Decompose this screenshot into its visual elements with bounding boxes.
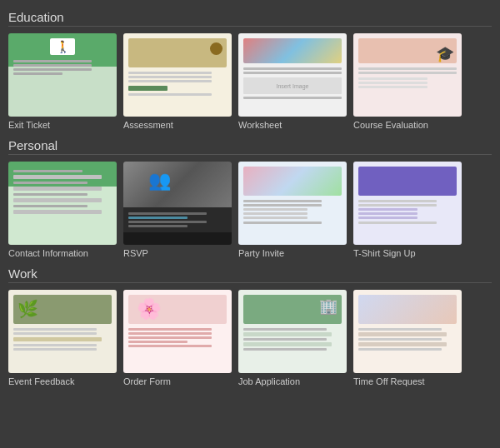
worksheet-thumb: Insert Image (238, 33, 347, 117)
job-application-label: Job Application (238, 376, 347, 386)
event-feedback-thumb (8, 290, 117, 373)
personal-section: Personal Contact Information (8, 138, 492, 258)
time-off-thumb (353, 290, 462, 373)
timeoff-header (358, 295, 457, 324)
education-section: Education 🚶 Exit Ticket Assessment (8, 10, 492, 130)
party-invite-card[interactable]: Party Invite (238, 162, 347, 258)
rsvp-card[interactable]: RSVP (123, 162, 232, 258)
course-radio-group (358, 77, 457, 88)
job-application-card[interactable]: Job Application (238, 290, 347, 386)
rsvp-content (123, 207, 232, 232)
work-grid: Event Feedback Order Form Job Applicatio… (8, 290, 492, 386)
personal-grid: Contact Information RSVP Party (8, 162, 492, 258)
worksheet-card[interactable]: Insert Image Worksheet (238, 33, 347, 130)
rsvp-label: RSVP (123, 248, 232, 258)
assessment-header (128, 38, 227, 67)
work-title: Work (8, 266, 492, 283)
tshirt-signup-card[interactable]: T-Shirt Sign Up (353, 162, 462, 258)
education-title: Education (8, 10, 492, 27)
party-header (243, 167, 342, 196)
tshirt-thumb (353, 162, 462, 245)
work-section: Work Event Feedback Order Form (8, 266, 492, 386)
rsvp-thumb (123, 162, 232, 245)
course-evaluation-thumb (353, 33, 462, 117)
event-header (13, 295, 112, 324)
order-form-thumb (123, 290, 232, 373)
personal-title: Personal (8, 138, 492, 155)
assessment-thumb (123, 33, 232, 117)
job-application-thumb (238, 290, 347, 373)
event-rating (13, 337, 102, 341)
order-form-card[interactable]: Order Form (123, 290, 232, 386)
education-grid: 🚶 Exit Ticket Assessment Insert Ima (8, 33, 492, 130)
exit-ticket-lines (13, 58, 112, 77)
contact-information-card[interactable]: Contact Information (8, 162, 117, 258)
rsvp-photo (123, 162, 232, 207)
party-thumb (238, 162, 347, 245)
event-feedback-card[interactable]: Event Feedback (8, 290, 117, 386)
party-invite-label: Party Invite (238, 248, 347, 258)
course-header (358, 38, 457, 63)
time-off-request-card[interactable]: Time Off Request (353, 290, 462, 386)
exit-ticket-label: Exit Ticket (8, 120, 117, 130)
event-feedback-label: Event Feedback (8, 376, 117, 386)
order-form-label: Order Form (123, 376, 232, 386)
worksheet-header (243, 38, 342, 63)
time-off-request-label: Time Off Request (353, 376, 462, 386)
assessment-label: Assessment (123, 120, 232, 130)
order-header (128, 295, 227, 324)
assessment-card[interactable]: Assessment (123, 33, 232, 130)
contact-information-label: Contact Information (8, 248, 117, 258)
course-evaluation-card[interactable]: Course Evaluation (353, 33, 462, 130)
assessment-btn (128, 86, 168, 91)
worksheet-label: Worksheet (238, 120, 347, 130)
exit-ticket-icon: 🚶 (50, 38, 75, 55)
exit-ticket-thumb: 🚶 (8, 33, 117, 117)
course-evaluation-label: Course Evaluation (353, 120, 462, 130)
tshirt-header (358, 167, 457, 196)
job-header (243, 295, 342, 324)
worksheet-image-placeholder: Insert Image (243, 77, 342, 94)
tshirt-signup-label: T-Shirt Sign Up (353, 248, 462, 258)
contact-thumb (8, 162, 117, 245)
exit-ticket-card[interactable]: 🚶 Exit Ticket (8, 33, 117, 130)
